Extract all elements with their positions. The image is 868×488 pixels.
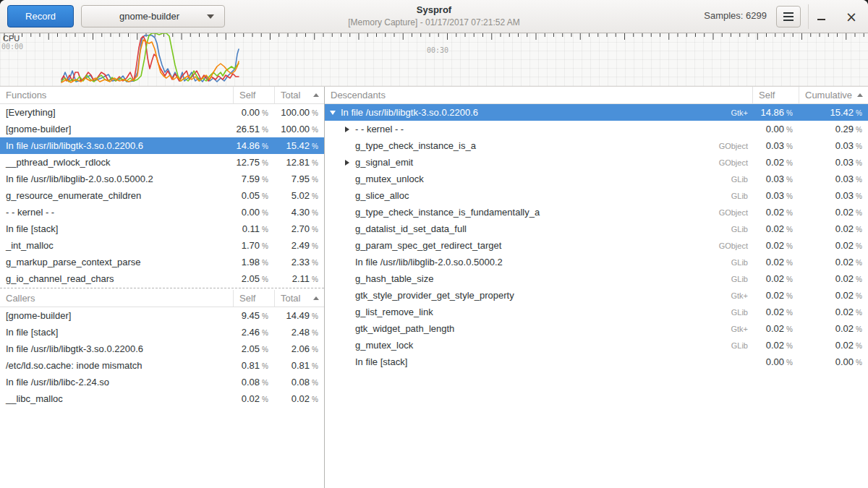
self-value: 0.05%	[233, 190, 274, 201]
function-name-cell: gtk_widget_path_lengthGtk+	[325, 323, 752, 334]
table-row[interactable]: In file /usr/lib/libglib-2.0.so.0.5000.2…	[0, 171, 324, 187]
table-row[interactable]: g_signal_emitGObject0.02%0.03%	[325, 154, 868, 171]
percent-sign: %	[856, 176, 862, 184]
percent-sign: %	[786, 325, 793, 333]
self-value: 0.00%	[233, 207, 274, 218]
percent-sign: %	[856, 275, 862, 283]
table-row[interactable]: gtk_style_provider_get_style_propertyGtk…	[325, 287, 868, 304]
self-value: 0.81%	[233, 360, 274, 371]
callers-table-header: Callers Self Total	[0, 290, 324, 307]
expander-closed-icon[interactable]	[344, 160, 355, 166]
table-row[interactable]: g_mutex_lockGLib0.02%0.02%	[325, 337, 868, 354]
library-badge: GLib	[731, 275, 752, 283]
library-badge: Gtk+	[731, 325, 752, 333]
table-row[interactable]: In file /usr/lib/libglib-2.0.so.0.5000.2…	[325, 254, 868, 270]
column-header-cumulative[interactable]: Cumulative	[799, 87, 868, 103]
column-header-self[interactable]: Self	[752, 87, 799, 103]
record-button[interactable]: Record	[7, 5, 74, 27]
function-name: In file /usr/lib/libgtk-3.so.0.2200.6	[341, 107, 478, 118]
table-row[interactable]: [gnome-builder]26.51%100.00%	[0, 121, 324, 137]
function-name: In file [stack]	[6, 223, 58, 234]
function-name-cell: g_list_remove_linkGLib	[325, 307, 752, 317]
library-badge: GObject	[719, 241, 752, 250]
function-name-cell: g_param_spec_get_redirect_targetGObject	[325, 240, 752, 251]
column-header-functions[interactable]: Functions	[0, 90, 233, 100]
total-value: 0.02%	[274, 393, 324, 404]
function-name: In file /usr/lib/libc-2.24.so	[6, 377, 109, 388]
minimize-button[interactable]	[810, 6, 832, 27]
function-name: In file /usr/lib/libglib-2.0.so.0.5000.2	[6, 174, 153, 184]
table-row[interactable]: In file /usr/lib/libgtk-3.so.0.2200.6Gtk…	[325, 104, 868, 121]
close-button[interactable]: ×	[841, 6, 862, 27]
function-name: [gnome-builder]	[6, 310, 71, 321]
table-row[interactable]: g_resource_enumerate_children0.05%5.02%	[0, 187, 324, 204]
table-row[interactable]: - - kernel - -0.00%0.29%	[325, 121, 868, 137]
table-row[interactable]: gtk_widget_path_lengthGtk+0.02%0.02%	[325, 320, 868, 337]
expander-open-icon[interactable]	[329, 111, 341, 115]
function-name: g_io_channel_read_chars	[6, 273, 114, 284]
table-row[interactable]: /etc/ld.so.cache: inode mismatch0.81%0.8…	[0, 357, 324, 374]
percent-sign: %	[786, 109, 793, 117]
table-row[interactable]: In file [stack]2.46%2.48%	[0, 324, 324, 341]
table-row[interactable]: In file /usr/lib/libgtk-3.so.0.2200.614.…	[0, 137, 324, 154]
cumulative-value: 0.02%	[799, 257, 868, 267]
table-row[interactable]: g_hash_table_sizeGLib0.02%0.02%	[325, 270, 868, 287]
percent-sign: %	[856, 309, 862, 317]
percent-sign: %	[786, 126, 793, 134]
function-name: - - kernel - -	[355, 124, 404, 134]
percent-sign: %	[786, 176, 793, 184]
cumulative-value: 0.02%	[799, 240, 868, 251]
percent-sign: %	[262, 142, 268, 150]
cpu-chart	[0, 33, 868, 87]
column-header-total[interactable]: Total	[274, 87, 324, 103]
column-header-total[interactable]: Total	[274, 290, 324, 307]
table-row[interactable]: __libc_malloc0.02%0.02%	[0, 390, 324, 407]
menu-button[interactable]	[776, 6, 801, 27]
functions-table: [Everything]0.00%100.00%[gnome-builder]2…	[0, 104, 324, 287]
self-value: 1.98%	[233, 257, 274, 267]
library-badge: GObject	[719, 158, 752, 167]
table-row[interactable]: In file [stack]0.00%0.00%	[325, 354, 868, 370]
percent-sign: %	[786, 292, 793, 300]
process-selector-dropdown[interactable]: gnome-builder	[81, 5, 225, 27]
table-row[interactable]: _int_malloc1.70%2.49%	[0, 237, 324, 254]
table-row[interactable]: __pthread_rwlock_rdlock12.75%12.81%	[0, 154, 324, 171]
column-header-descendants[interactable]: Descendants	[325, 90, 752, 100]
table-row[interactable]: g_io_channel_read_chars2.05%2.11%	[0, 270, 324, 287]
table-row[interactable]: g_datalist_id_set_data_fullGLib0.02%0.02…	[325, 221, 868, 237]
table-row[interactable]: g_param_spec_get_redirect_targetGObject0…	[325, 237, 868, 254]
table-row[interactable]: g_list_remove_linkGLib0.02%0.02%	[325, 304, 868, 320]
cumulative-value: 0.03%	[799, 157, 868, 168]
function-name: In file [stack]	[355, 356, 407, 367]
self-value: 2.46%	[233, 327, 274, 338]
percent-sign: %	[312, 395, 318, 403]
close-icon: ×	[846, 10, 857, 24]
column-header-self[interactable]: Self	[233, 87, 274, 103]
cpu-usage-graph[interactable]: CPU 00:00 00:30	[0, 33, 868, 87]
table-row[interactable]: In file [stack]0.11%2.70%	[0, 221, 324, 237]
function-name: g_type_check_instance_is_a	[355, 140, 476, 151]
column-header-callers[interactable]: Callers	[0, 293, 233, 304]
function-name-cell: g_signal_emitGObject	[325, 157, 752, 168]
function-name-cell: [gnome-builder]	[0, 124, 233, 134]
expander-closed-icon[interactable]	[344, 127, 355, 132]
table-row[interactable]: g_mutex_unlockGLib0.03%0.03%	[325, 171, 868, 187]
table-row[interactable]: In file /usr/lib/libc-2.24.so0.08%0.08%	[0, 374, 324, 390]
function-name: g_type_check_instance_is_fundamentally_a	[355, 207, 540, 218]
cumulative-value: 0.02%	[799, 340, 868, 351]
cpu-label: CPU	[3, 34, 20, 43]
triangle-right-icon	[345, 127, 349, 132]
table-row[interactable]: [Everything]0.00%100.00%	[0, 104, 324, 121]
table-row[interactable]: [gnome-builder]9.45%14.49%	[0, 307, 324, 324]
table-row[interactable]: g_type_check_instance_is_aGObject0.03%0.…	[325, 137, 868, 154]
table-row[interactable]: g_slice_allocGLib0.03%0.03%	[325, 187, 868, 204]
column-header-self[interactable]: Self	[233, 290, 274, 307]
table-row[interactable]: - - kernel - -0.00%4.30%	[0, 204, 324, 221]
table-row[interactable]: g_markup_parse_context_parse1.98%2.33%	[0, 254, 324, 270]
table-row[interactable]: g_type_check_instance_is_fundamentally_a…	[325, 204, 868, 221]
self-value: 0.02%	[752, 223, 799, 234]
self-value: 14.86%	[233, 140, 274, 151]
table-row[interactable]: In file /usr/lib/libgtk-3.so.0.2200.62.0…	[0, 341, 324, 357]
self-value: 0.03%	[752, 190, 799, 201]
percent-sign: %	[856, 109, 862, 117]
